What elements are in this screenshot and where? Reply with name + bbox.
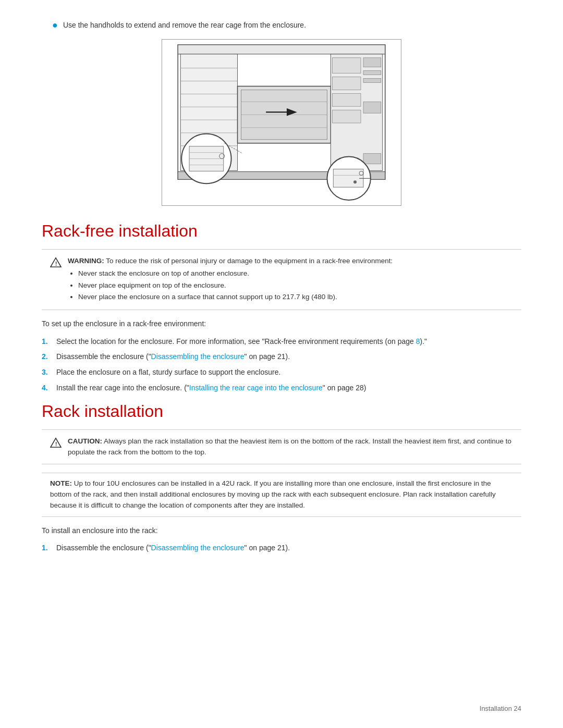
- warning-bullets: Never stack the enclosure on top of anot…: [78, 268, 393, 302]
- note-text: Up to four 10U enclosures can be install…: [50, 479, 496, 509]
- enclosure-diagram: [162, 39, 401, 206]
- step-content-4: Install the rear cage into the enclosure…: [56, 382, 521, 394]
- warning-content: WARNING: To reduce the risk of personal …: [68, 256, 393, 303]
- rack-step-content-1: Disassemble the enclosure ("Disassemblin…: [56, 542, 521, 554]
- step-content-3: Place the enclosure on a flat, sturdy su…: [56, 367, 521, 378]
- svg-text:!: !: [55, 441, 57, 447]
- rack-free-step-1: 1. Select the location for the enclosure…: [42, 336, 521, 348]
- step-number-2: 2.: [42, 351, 56, 363]
- rack-free-step-2: 2. Disassemble the enclosure ("Disassemb…: [42, 351, 521, 363]
- warning-label: WARNING:: [68, 257, 104, 265]
- caution-label: CAUTION:: [68, 437, 102, 445]
- warning-bullet-2: Never place equipment on top of the encl…: [78, 280, 393, 291]
- caution-box: ! CAUTION: Always plan the rack installa…: [42, 429, 521, 464]
- note-label: NOTE:: [50, 479, 72, 487]
- link-disassemble-2[interactable]: Disassembling the enclosure: [151, 544, 244, 552]
- svg-rect-36: [333, 169, 363, 187]
- warning-text: To reduce the risk of personal injury or…: [106, 257, 393, 265]
- warning-box: ! WARNING: To reduce the risk of persona…: [42, 249, 521, 310]
- svg-rect-20: [332, 77, 361, 90]
- link-install-rear-cage[interactable]: Installing the rear cage into the enclos…: [189, 384, 323, 392]
- rack-free-steps: 1. Select the location for the enclosure…: [42, 336, 521, 394]
- rack-install-intro: To install an enclosure into the rack:: [42, 525, 521, 537]
- rack-install-step-1: 1. Disassemble the enclosure ("Disassemb…: [42, 542, 521, 554]
- rack-installation-heading: Rack installation: [42, 402, 521, 421]
- step-content-1: Select the location for the enclosure. F…: [56, 336, 521, 348]
- svg-rect-19: [332, 58, 361, 73]
- link-page-8[interactable]: 8: [416, 337, 420, 346]
- step-number-3: 3.: [42, 367, 56, 378]
- svg-rect-1: [178, 45, 385, 54]
- step-number-1: 1.: [42, 336, 56, 348]
- rack-step-number-1: 1.: [42, 542, 56, 554]
- svg-rect-22: [332, 110, 361, 123]
- page-footer: Installation 24: [480, 705, 521, 712]
- svg-rect-23: [363, 58, 381, 67]
- svg-rect-26: [363, 102, 381, 113]
- rack-free-heading: Rack-free installation: [42, 221, 521, 241]
- warning-icon: !: [50, 257, 62, 270]
- svg-text:!: !: [55, 261, 57, 267]
- svg-point-39: [353, 180, 357, 183]
- svg-rect-25: [363, 79, 381, 83]
- svg-rect-27: [363, 154, 381, 164]
- rack-free-intro: To set up the enclosure in a rack-free e…: [42, 318, 521, 330]
- warning-bullet-1: Never stack the enclosure on top of anot…: [78, 268, 393, 279]
- step-content-2: Disassemble the enclosure ("Disassemblin…: [56, 351, 521, 363]
- rack-install-steps: 1. Disassemble the enclosure ("Disassemb…: [42, 542, 521, 554]
- intro-bullet-text: Use the handholds to extend and remove t…: [63, 21, 306, 29]
- bullet-dot-icon: ●: [52, 20, 58, 31]
- svg-rect-21: [332, 93, 361, 106]
- link-disassemble-1[interactable]: Disassembling the enclosure: [151, 352, 244, 361]
- caution-icon: !: [50, 437, 62, 450]
- intro-bullet: ● Use the handholds to extend and remove…: [42, 21, 521, 31]
- note-box: NOTE: Up to four 10U enclosures can be i…: [42, 473, 521, 517]
- rack-free-step-4: 4. Install the rear cage into the enclos…: [42, 382, 521, 394]
- warning-bullet-3: Never place the enclosure on a surface t…: [78, 292, 393, 302]
- step-number-4: 4.: [42, 382, 56, 394]
- caution-content: CAUTION: Always plan the rack installati…: [68, 436, 513, 458]
- svg-rect-24: [363, 71, 381, 75]
- caution-text: Always plan the rack installation so tha…: [68, 437, 511, 455]
- rack-free-step-3: 3. Place the enclosure on a flat, sturdy…: [42, 367, 521, 378]
